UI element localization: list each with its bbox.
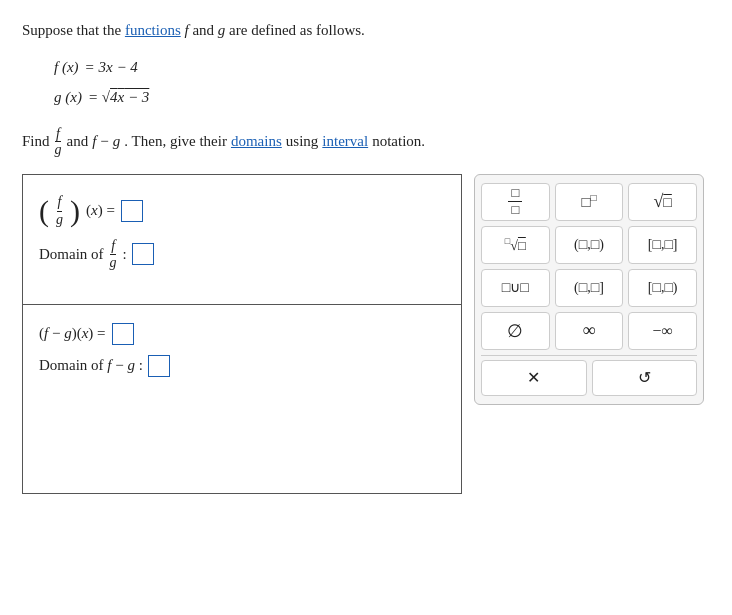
f-minus-g-label: (f − g)(x) = — [39, 325, 106, 342]
undo-icon: ↺ — [638, 368, 651, 387]
kb-top-grid: □ □ □□ √□ □√□ (□,□) [□,□] □∪□ — [481, 183, 697, 350]
close-icon: ✕ — [527, 368, 540, 387]
kb-power-btn[interactable]: □□ — [555, 183, 624, 221]
f-definition: f (x) = 3x − 4 — [54, 52, 710, 82]
f-lhs: f (x) — [54, 52, 79, 82]
find-line: Find f g and f − g. Then, give their dom… — [22, 126, 710, 158]
intro-paragraph: Suppose that the functions f and g are d… — [22, 18, 710, 42]
f-over-g-row: ( f g ) (x) = Domain of f g : — [23, 175, 461, 305]
f-minus-g-domain-input[interactable] — [148, 355, 170, 377]
kb-open-closed-btn[interactable]: (□,□] — [555, 269, 624, 307]
interval-link[interactable]: interval — [322, 133, 368, 150]
kb-sqrt-btn[interactable]: √□ — [628, 183, 697, 221]
g-in-find: g — [113, 133, 121, 150]
main-area: ( f g ) (x) = Domain of f g : — [22, 174, 710, 494]
f-over-g-input[interactable] — [121, 200, 143, 222]
kb-nthroot-btn[interactable]: □√□ — [481, 226, 550, 264]
kb-neg-infinity-btn[interactable]: −∞ — [628, 312, 697, 350]
f-over-g-expr: ( f g ) (x) = — [39, 193, 445, 229]
f-minus-g-input[interactable] — [112, 323, 134, 345]
f-minus-g-expr: (f − g)(x) = — [39, 323, 445, 345]
function-definitions: f (x) = 3x − 4 g (x) = √4x − 3 — [54, 52, 710, 112]
intro-text1: Suppose that the — [22, 22, 125, 38]
f-over-g-domain-input[interactable] — [132, 243, 154, 265]
kb-bottom-row: ✕ ↺ — [481, 360, 697, 396]
close-paren-big: ) — [70, 196, 80, 226]
f-eq: = 3x − 4 — [85, 52, 138, 82]
kb-union-btn[interactable]: □∪□ — [481, 269, 550, 307]
minus-sym: − — [100, 133, 108, 150]
kb-undo-btn[interactable]: ↺ — [592, 360, 698, 396]
intro-and: and — [192, 22, 214, 38]
kb-close-btn[interactable]: ✕ — [481, 360, 587, 396]
f-over-g-frac: f g — [54, 126, 63, 158]
f-minus-g-expr: f — [92, 133, 96, 150]
functions-link[interactable]: functions — [125, 22, 181, 38]
math-keyboard: □ □ □□ √□ □√□ (□,□) [□,□] □∪□ — [474, 174, 704, 405]
fg-x-part: (x) = — [86, 202, 115, 219]
find-then: . Then, give their — [124, 133, 227, 150]
intro-text3: are defined as follows. — [229, 22, 365, 38]
open-paren-big: ( — [39, 196, 49, 226]
domain-frac-1: f g — [109, 238, 118, 270]
domains-link[interactable]: domains — [231, 133, 282, 150]
using-text: using — [286, 133, 319, 150]
kb-empty-set-btn[interactable]: ∅ — [481, 312, 550, 350]
f-minus-g-row: (f − g)(x) = Domain of f − g : — [23, 305, 461, 435]
find-and: and — [67, 133, 89, 150]
f-over-g-domain-line: Domain of f g : — [39, 238, 445, 270]
domain-label-2: Domain of f − g : — [39, 357, 143, 374]
kb-fraction-btn[interactable]: □ □ — [481, 183, 550, 221]
kb-infinity-btn[interactable]: ∞ — [555, 312, 624, 350]
kb-divider — [481, 355, 697, 356]
domain-label-1: Domain of — [39, 246, 104, 263]
intro-g: g — [218, 22, 226, 38]
find-word: Find — [22, 133, 50, 150]
g-lhs: g (x) — [54, 82, 82, 112]
f-over-g-frac-big: f g — [55, 193, 64, 229]
domain-colon-1: : — [123, 246, 127, 263]
kb-closed-interval-btn[interactable]: [□,□] — [628, 226, 697, 264]
intro-f: f — [184, 22, 188, 38]
notation-text: notation. — [372, 133, 425, 150]
kb-closed-open-btn[interactable]: [□,□) — [628, 269, 697, 307]
g-definition: g (x) = √4x − 3 — [54, 82, 710, 112]
f-minus-g-domain-line: Domain of f − g : — [39, 355, 445, 377]
kb-open-interval-btn[interactable]: (□,□) — [555, 226, 624, 264]
g-eq: = √4x − 3 — [88, 82, 149, 112]
answer-box: ( f g ) (x) = Domain of f g : — [22, 174, 462, 494]
